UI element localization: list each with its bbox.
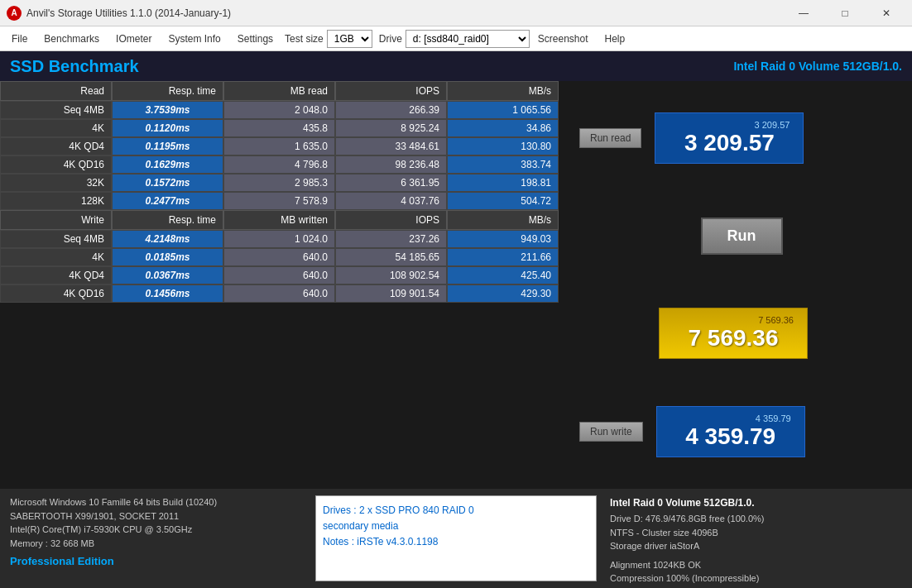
write-row-2: 4K QD4 0.0367ms 640.0 108 902.54 425.40 [0,266,571,284]
total-score-label: 7 569.36 [673,315,794,325]
write-label-1: 4K [0,248,112,266]
read-score-box: 3 209.57 3 209.57 [655,112,804,164]
read-col-mbs: MB/s [447,81,559,101]
notes-box[interactable]: Drives : 2 x SSD PRO 840 RAID 0 secondar… [315,495,597,581]
read-iops-2: 33 484.61 [335,137,447,155]
write-resp-2: 0.0367ms [112,266,223,284]
write-mb-0: 1 024.0 [223,230,335,248]
title-bar: A Anvil's Storage Utilities 1.1.0 (2014-… [0,0,912,26]
read-resp-3: 0.1629ms [112,155,223,174]
read-score-value: 3 209.57 [669,130,790,156]
sys-line-1: Microsoft Windows 10 Famille 64 bits Bui… [10,495,302,509]
write-score-label: 4 359.79 [670,414,791,423]
read-header: Read Resp. time MB read IOPS MB/s [0,81,571,101]
write-iops-3: 109 901.54 [335,284,447,303]
write-resp-1: 0.0185ms [112,248,223,266]
menu-system-info[interactable]: System Info [160,26,228,50]
read-resp-1: 0.1120ms [112,119,223,137]
run-button[interactable]: Run [701,218,783,255]
read-label-0: Seq 4MB [0,101,112,119]
menu-iometer[interactable]: IOmeter [108,26,160,50]
notes-line-2: secondary media [323,519,589,534]
read-mb-1: 435.8 [223,119,335,137]
menu-screenshot[interactable]: Screenshot [530,26,597,50]
footer: Microsoft Windows 10 Famille 64 bits Bui… [0,489,912,588]
read-row-3: 4K QD16 0.1629ms 4 796.8 98 236.48 383.7… [0,155,571,174]
write-row-1: 4K 0.0185ms 640.0 54 185.65 211.66 [0,248,571,266]
read-col-mb: MB read [223,81,335,101]
run-read-button[interactable]: Run read [579,128,641,148]
write-mb-2: 640.0 [223,266,335,284]
read-label-2: 4K QD4 [0,137,112,155]
test-size-select[interactable]: 1GB [327,30,372,48]
sys-line-3: Intel(R) Core(TM) i7-5930K CPU @ 3.50GHz [10,523,302,537]
read-resp-4: 0.1572ms [112,174,223,192]
read-score-label: 3 209.57 [669,120,790,130]
drive-details: Intel Raid 0 Volume 512GB/1.0. Drive D: … [610,495,902,581]
write-resp-0: 4.2148ms [112,230,223,248]
read-mb-2: 1 635.0 [223,137,335,155]
drive-line-5: Alignment 1024KB OK [610,558,902,572]
read-row-1: 4K 0.1120ms 435.8 8 925.24 34.86 [0,119,571,137]
read-mbs-5: 504.72 [447,192,559,210]
read-mb-5: 7 578.9 [223,192,335,210]
write-row-3: 4K QD16 0.1456ms 640.0 109 901.54 429.30 [0,284,571,303]
write-iops-2: 108 902.54 [335,266,447,284]
drive-line-3: Storage driver iaStorA [610,539,902,553]
total-score-area: 7 569.36 7 569.36 [579,308,904,359]
drive-select[interactable]: d: [ssd840_raid0] [406,30,530,48]
write-label-2: 4K QD4 [0,266,112,284]
write-mbs-0: 949.03 [447,230,559,248]
notes-line-1: Drives : 2 x SSD PRO 840 RAID 0 [323,503,589,519]
maximize-button[interactable]: □ [826,0,864,26]
write-col-resp: Resp. time [112,210,223,230]
menu-help[interactable]: Help [597,26,634,50]
write-col-mbs: MB/s [447,210,559,230]
sys-line-4: Memory : 32 668 MB [10,537,302,551]
drive-line-6: Compression 100% (Incompressible) [610,571,902,586]
read-resp-5: 0.2477ms [112,192,223,210]
read-row-4: 32K 0.1572ms 2 985.3 6 361.95 198.81 [0,174,571,192]
run-write-button[interactable]: Run write [579,422,643,442]
menu-benchmarks[interactable]: Benchmarks [36,26,108,50]
write-score-box: 4 359.79 4 359.79 [656,406,805,457]
menu-file[interactable]: File [3,26,36,50]
write-mb-3: 640.0 [223,284,335,303]
read-resp-0: 3.7539ms [112,101,223,119]
app-icon: A [7,6,22,21]
write-label-0: Seq 4MB [0,230,112,248]
drive-info: Intel Raid 0 Volume 512GB/1.0. [733,60,902,73]
menu-settings[interactable]: Settings [229,26,281,50]
minimize-button[interactable]: — [785,0,823,26]
system-info: Microsoft Windows 10 Famille 64 bits Bui… [10,495,302,581]
read-mbs-0: 1 065.56 [447,101,559,119]
write-col-mb: MB written [223,210,335,230]
write-label-3: 4K QD16 [0,284,112,303]
write-mb-1: 640.0 [223,248,335,266]
read-mbs-2: 130.80 [447,137,559,155]
sys-line-2: SABERTOOTH X99/1901, SOCKET 2011 [10,509,302,523]
write-mbs-2: 425.40 [447,266,559,284]
read-row-2: 4K QD4 0.1195ms 1 635.0 33 484.61 130.80 [0,137,571,155]
write-header: Write Resp. time MB written IOPS MB/s [0,210,571,230]
read-iops-4: 6 361.95 [335,174,447,192]
read-mb-0: 2 048.0 [223,101,335,119]
read-mb-3: 4 796.8 [223,155,335,174]
drive-label: Drive [379,33,402,45]
read-iops-0: 266.39 [335,101,447,119]
read-label-1: 4K [0,119,112,137]
test-size-group: Test size 1GB [285,30,372,48]
read-row-5: 128K 0.2477ms 7 578.9 4 037.76 504.72 [0,192,571,210]
read-mb-4: 2 985.3 [223,174,335,192]
pro-edition-label: Professional Edition [10,553,302,570]
read-label-5: 128K [0,192,112,210]
total-score-box: 7 569.36 7 569.36 [659,308,808,359]
write-col-iops: IOPS [335,210,447,230]
read-col-resp: Resp. time [112,81,223,101]
read-mbs-1: 34.86 [447,119,559,137]
read-resp-2: 0.1195ms [112,137,223,155]
total-score-value: 7 569.36 [673,325,794,351]
drive-line-1: Drive D: 476.9/476.8GB free (100.0%) [610,512,902,526]
read-mbs-4: 198.81 [447,174,559,192]
close-button[interactable]: ✕ [867,0,905,26]
